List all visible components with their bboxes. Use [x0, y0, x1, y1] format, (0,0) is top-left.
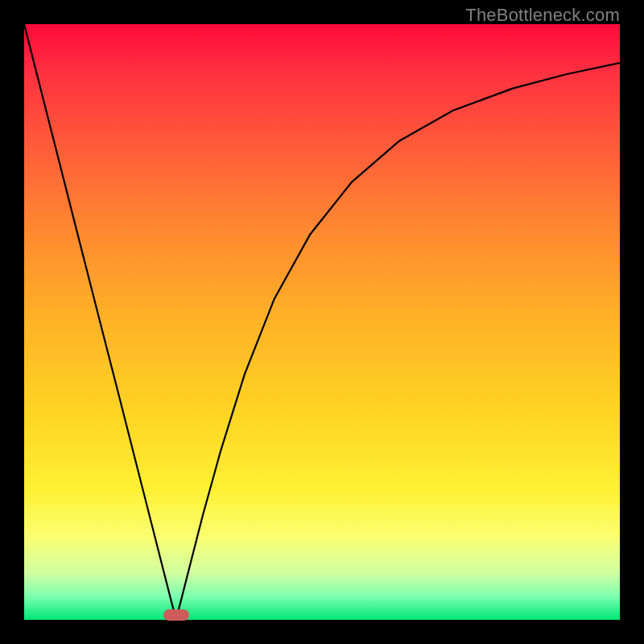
bottleneck-curve	[24, 24, 620, 620]
chart-frame: TheBottleneck.com	[0, 0, 644, 644]
optimal-marker	[163, 609, 189, 621]
plot-area	[24, 24, 620, 620]
watermark-text: TheBottleneck.com	[465, 5, 620, 26]
